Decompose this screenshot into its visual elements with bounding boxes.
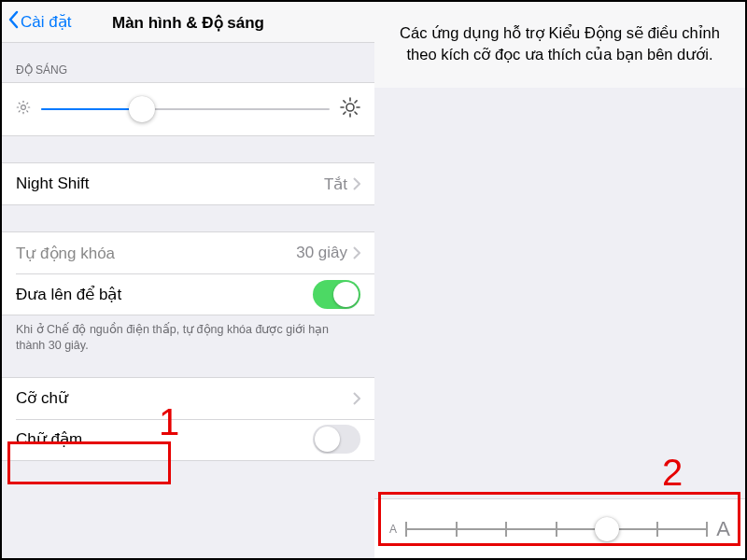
nav-bar: Cài đặt Màn hình & Độ sáng <box>2 2 374 43</box>
chevron-right-icon <box>353 392 360 405</box>
text-size-tick <box>656 522 658 537</box>
settings-display-pane: Cài đặt Màn hình & Độ sáng ĐỘ SÁNG <box>2 2 374 558</box>
auto-lock-value: 30 giây <box>296 244 347 262</box>
text-size-row[interactable]: Cỡ chữ <box>2 378 374 419</box>
svg-line-5 <box>19 103 20 104</box>
text-group: Cỡ chữ Chữ đậm <box>2 377 374 461</box>
chevron-right-icon <box>353 246 360 259</box>
chevron-right-icon <box>353 177 360 190</box>
brightness-group <box>2 82 374 136</box>
bold-text-toggle[interactable] <box>313 425 360 454</box>
svg-line-7 <box>19 111 20 112</box>
night-shift-label: Night Shift <box>16 175 89 193</box>
sun-low-icon <box>15 99 32 119</box>
text-size-tick <box>405 522 407 537</box>
svg-line-16 <box>344 112 345 114</box>
bold-text-label: Chữ đậm <box>16 429 82 449</box>
text-size-slider-thumb[interactable] <box>595 517 619 541</box>
sun-high-icon <box>339 96 361 122</box>
brightness-slider-thumb[interactable] <box>129 96 155 122</box>
raise-to-wake-toggle[interactable] <box>313 280 360 309</box>
text-large-icon: A <box>716 517 730 541</box>
chevron-left-icon <box>7 10 21 34</box>
raise-to-wake-label: Đưa lên để bật <box>16 285 121 304</box>
text-size-slider[interactable] <box>406 518 707 540</box>
low-power-note: Khi ở Chế độ nguồn điện thấp, tự động kh… <box>2 315 374 360</box>
text-small-icon: A <box>389 523 397 536</box>
brightness-slider[interactable] <box>41 108 330 110</box>
svg-point-9 <box>346 104 354 111</box>
text-size-tick <box>556 522 557 537</box>
night-shift-value: Tắt <box>324 175 347 194</box>
svg-point-0 <box>21 105 26 110</box>
svg-line-15 <box>355 112 357 114</box>
lock-wake-group: Tự động khóa 30 giây Đưa lên để bật <box>2 231 374 315</box>
text-size-tick <box>505 522 507 537</box>
auto-lock-row[interactable]: Tự động khóa 30 giây <box>2 232 374 273</box>
svg-line-8 <box>27 103 28 104</box>
dynamic-type-description: Các ứng dụng hỗ trợ Kiểu Động sẽ điều ch… <box>374 2 745 88</box>
text-size-tick <box>456 522 458 537</box>
svg-line-14 <box>344 101 345 103</box>
text-size-tick <box>706 522 708 537</box>
text-size-pane: Các ứng dụng hỗ trợ Kiểu Động sẽ điều ch… <box>374 2 745 558</box>
text-size-slider-row: A A <box>374 498 745 558</box>
back-button[interactable]: Cài đặt <box>2 10 71 34</box>
brightness-slider-row <box>2 83 374 135</box>
night-shift-group: Night Shift Tắt <box>2 162 374 205</box>
night-shift-row[interactable]: Night Shift Tắt <box>2 163 374 204</box>
raise-to-wake-row: Đưa lên để bật <box>2 273 374 315</box>
text-size-body <box>374 88 745 498</box>
svg-line-17 <box>355 101 357 103</box>
bold-text-row: Chữ đậm <box>2 419 374 460</box>
auto-lock-label: Tự động khóa <box>16 244 115 263</box>
text-size-label: Cỡ chữ <box>16 388 68 408</box>
svg-line-6 <box>27 111 28 112</box>
back-label: Cài đặt <box>21 12 71 32</box>
brightness-section-header: ĐỘ SÁNG <box>2 43 374 82</box>
page-title: Màn hình & Độ sáng <box>112 12 264 32</box>
